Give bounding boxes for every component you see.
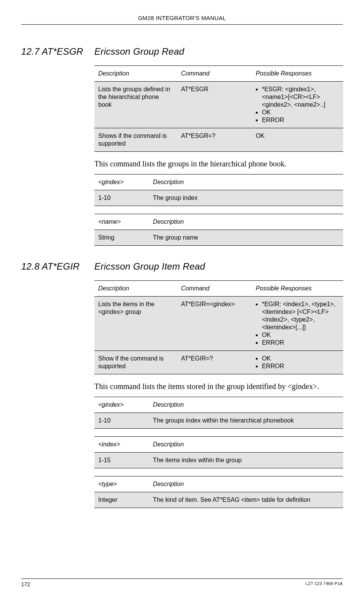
th-param-desc: Description [149, 214, 343, 230]
th-param: <gindex> [94, 397, 149, 413]
td-cmd: AT*EGIR=? [177, 351, 252, 374]
param-table-gindex2: <gindex> Description 1-10 The groups ind… [94, 397, 343, 429]
td-param-key: 1-10 [94, 190, 149, 206]
th-param: <name> [94, 214, 149, 230]
page-number: 172 [21, 581, 30, 587]
th-param-desc: Description [149, 437, 343, 453]
td-param-val: The group index [149, 190, 343, 206]
resp-item: ERROR [262, 339, 339, 347]
td-cmd: AT*EGIR=<gindex> [177, 297, 252, 351]
td-param-key: 1-15 [94, 453, 149, 468]
td-resp: OK [252, 128, 343, 152]
td-resp: OK ERROR [252, 351, 343, 374]
td-resp: *ESGR: <gindex1>, <name1>[<CR><LF><ginde… [252, 82, 343, 128]
td-param-val: The group name [149, 230, 343, 246]
th-param: <index> [94, 437, 149, 453]
th-command: Command [177, 66, 252, 82]
resp-item: OK [262, 109, 339, 116]
resp-item: ERROR [262, 362, 339, 370]
section-title-127: Ericsson Group Read [94, 46, 184, 57]
td-desc: Show if the command is supported [94, 351, 177, 374]
body-text-128: This command lists the items stored in t… [94, 381, 343, 391]
td-resp: *EGIR: <index1>, <type1>,<itemindex> [<C… [252, 297, 343, 351]
th-param-desc: Description [149, 174, 343, 190]
th-command: Command [177, 281, 252, 297]
running-header: GM28 INTEGRATOR'S MANUAL [21, 15, 343, 25]
td-desc: Shows if the command is supported [94, 128, 177, 152]
resp-item: *ESGR: <gindex1>, <name1>[<CR><LF><ginde… [262, 86, 339, 109]
td-param-key: Integer [94, 492, 149, 508]
td-cmd: AT*ESGR=? [177, 128, 252, 152]
param-table-name: <name> Description String The group name [94, 214, 343, 246]
td-param-val: The kind of item. See AT*ESAG <item> tab… [149, 492, 343, 508]
td-param-val: The items index within the group [149, 453, 343, 468]
td-param-val: The groups index within the hierarchical… [149, 413, 343, 429]
resp-item: OK [262, 331, 339, 339]
body-text-127: This command lists the groups in the hie… [94, 159, 343, 169]
td-desc: Lists the groups defined in the hierarch… [94, 82, 177, 128]
section-number-127: 12.7 AT*ESGR [21, 46, 94, 57]
section-title-128: Ericsson Group Item Read [94, 261, 205, 272]
param-table-index: <index> Description 1-15 The items index… [94, 436, 343, 468]
doc-id: LZT 123 7468 P1A [305, 581, 343, 587]
th-param-desc: Description [149, 476, 343, 492]
resp-item: *EGIR: <index1>, <type1>,<itemindex> [<C… [262, 300, 339, 331]
cmd-table-esgr: Description Command Possible Responses L… [94, 65, 343, 152]
resp-item: ERROR [262, 116, 339, 124]
th-param: <gindex> [94, 174, 149, 190]
th-responses: Possible Responses [252, 281, 343, 297]
th-description: Description [94, 281, 177, 297]
td-cmd: AT*ESGR [177, 82, 252, 128]
param-table-gindex: <gindex> Description 1-10 The group inde… [94, 174, 343, 206]
td-param-key: String [94, 230, 149, 246]
td-desc: Lists the items in the <gindex> group [94, 297, 177, 351]
th-description: Description [94, 66, 177, 82]
param-table-type: <type> Description Integer The kind of i… [94, 476, 343, 508]
th-param: <type> [94, 476, 149, 492]
section-number-128: 12.8 AT*EGIR [21, 261, 94, 272]
th-responses: Possible Responses [252, 66, 343, 82]
resp-item: OK [262, 355, 339, 362]
td-param-key: 1-10 [94, 413, 149, 429]
th-param-desc: Description [149, 397, 343, 413]
cmd-table-egir: Description Command Possible Responses L… [94, 280, 343, 374]
